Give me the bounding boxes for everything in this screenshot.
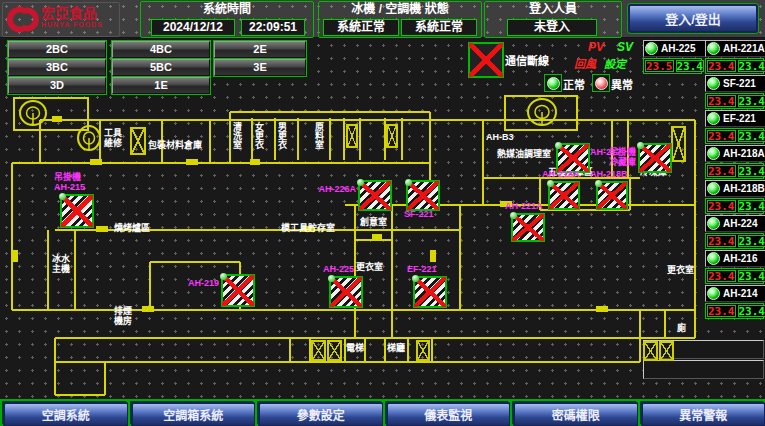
ahu-icon-AH-218B[interactable]	[596, 181, 628, 210]
hunya-logo-icon	[5, 4, 39, 35]
bottom-nav: 空調系統空調箱系統參數設定儀表監視密碼權限異常警報	[0, 399, 765, 426]
login-status-value: 未登入	[507, 19, 597, 36]
elevator-shaft-icon	[327, 340, 342, 361]
room-label: 燒烤爐區	[114, 223, 150, 233]
equipment-tag-AH-219: AH-219	[188, 278, 219, 288]
elevator-shaft-icon	[130, 127, 146, 155]
equipment-tag-AH-226A: AH-226A	[318, 184, 356, 194]
ahu-status-value: 系統正常	[401, 19, 477, 36]
equipment-tag-EF-221: EF-221	[407, 264, 437, 274]
alarm-x-mark	[222, 275, 254, 306]
nav-cell: 異常警報	[638, 399, 765, 426]
room-label: 梯廳	[387, 343, 405, 353]
alarm-x-mark	[330, 277, 362, 307]
ahu-icon-AH-219[interactable]	[221, 274, 255, 307]
alarm-x-mark	[61, 195, 93, 227]
header-bar: 宏亞食品 HUNYA FOODS 系統時間 2024/12/12 22:09:5…	[0, 0, 765, 38]
equipment-tag-AH-218B: AH-218B	[590, 169, 628, 179]
machine-status-title: 冰機 / 空調機 狀態	[319, 2, 481, 17]
alarm-x-mark	[407, 181, 439, 210]
equipment-tag-冷藏庫: 吊掛機 冷藏庫	[609, 147, 636, 167]
room-label: 廁	[677, 323, 686, 333]
equipment-tag-SF-221: SF-221	[404, 209, 434, 219]
floor-plan: 工具 維修包裝材料倉庫清洗室女更衣男更衣原料室AH-B3熱媒油調理室五樓倉庫區冷…	[0, 38, 765, 400]
room-label: 男更衣	[277, 122, 286, 149]
equipment-tag-AH-218A: AH-218A	[542, 169, 580, 179]
alarm-x-mark	[549, 182, 579, 209]
room-label: 原料室	[314, 122, 323, 149]
alarm-x-mark	[557, 144, 589, 172]
equipment-tag-AH-225: AH-225	[323, 264, 354, 274]
chiller-status-value: 系統正常	[323, 19, 399, 36]
ahu-icon-EF-221[interactable]	[413, 276, 447, 308]
ahu-icon-SF-221[interactable]	[406, 180, 440, 211]
nav-button-參數設定[interactable]: 參數設定	[258, 402, 384, 426]
room-label: AH-B3	[486, 132, 514, 142]
nav-button-密碼權限[interactable]: 密碼權限	[513, 402, 639, 426]
room-label: 熱媒油調理室	[497, 149, 551, 159]
system-time-section: 系統時間 2024/12/12 22:09:51	[140, 1, 314, 38]
login-title: 登入人員	[485, 2, 621, 17]
nav-cell: 儀表監視	[383, 399, 511, 426]
room-label: 包裝材料倉庫	[148, 140, 202, 150]
ahu-icon-冷藏庫[interactable]	[638, 143, 672, 173]
alarm-x-mark	[639, 144, 671, 172]
system-date-value: 2024/12/12	[151, 19, 235, 36]
room-label: 模工具貯存室	[281, 223, 335, 233]
nav-button-異常警報[interactable]: 異常警報	[641, 402, 765, 426]
ahu-icon-AH-221A[interactable]	[511, 213, 545, 242]
elevator-shaft-icon	[386, 124, 398, 148]
ahu-icon-AH-218A[interactable]	[548, 181, 580, 210]
elevator-shaft-icon	[671, 126, 686, 162]
elevator-shaft-icon	[311, 340, 326, 361]
equipment-tag-AH-221A: AH-221A	[505, 201, 543, 211]
machine-status-section: 冰機 / 空調機 狀態 系統正常 系統正常	[318, 1, 482, 38]
room-label: 女更衣	[254, 122, 263, 149]
alarm-x-mark	[414, 277, 446, 307]
alarm-x-mark	[359, 181, 391, 210]
room-label: 工具 維修	[104, 128, 122, 148]
ahu-icon-AH-215[interactable]	[60, 194, 94, 228]
elevator-shaft-icon	[643, 341, 658, 361]
ahu-icon-AH-225[interactable]	[329, 276, 363, 308]
nav-button-儀表監視[interactable]: 儀表監視	[386, 402, 512, 426]
ahu-icon-AH-226A[interactable]	[358, 180, 392, 211]
nav-cell: 空調系統	[0, 399, 128, 426]
room-label: 冰水 主機	[52, 254, 70, 274]
room-label: 更衣室	[356, 262, 383, 272]
nav-cell: 密碼權限	[510, 399, 638, 426]
equipment-tag-AH-215: 吊掛機 AH-215	[54, 172, 85, 192]
alarm-x-mark	[512, 214, 544, 241]
room-label: 排煙 機房	[114, 306, 132, 326]
nav-cell: 參數設定	[255, 399, 383, 426]
nav-cell: 空調箱系統	[128, 399, 256, 426]
elevator-shaft-icon	[416, 340, 430, 361]
logo: 宏亞食品 HUNYA FOODS	[2, 2, 120, 37]
nav-button-空調箱系統[interactable]: 空調箱系統	[131, 402, 257, 426]
alarm-x-mark	[597, 182, 627, 209]
brand-name: 宏亞食品	[41, 6, 103, 21]
room-label: 清洗室	[232, 122, 241, 149]
brand-name-en: HUNYA FOODS	[41, 21, 103, 28]
room-label: 更衣室	[667, 265, 694, 275]
elevator-shaft-icon	[346, 124, 358, 148]
room-label: 電梯	[346, 343, 364, 353]
elevator-shaft-icon	[659, 341, 674, 361]
system-time-title: 系統時間	[141, 2, 313, 17]
login-section: 登入人員 未登入	[484, 1, 622, 38]
system-time-value: 22:09:51	[241, 19, 305, 36]
login-logout-button[interactable]: 登入/登出	[628, 4, 758, 33]
nav-button-空調系統[interactable]: 空調系統	[3, 402, 129, 426]
room-label: 創意室	[360, 217, 387, 227]
